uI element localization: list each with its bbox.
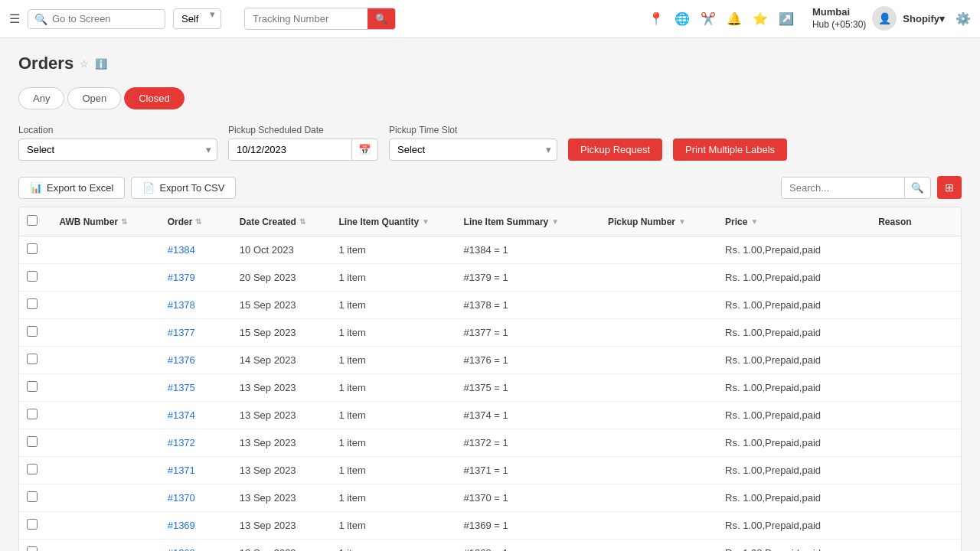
goto-screen-input[interactable] — [52, 13, 152, 24]
tab-any[interactable]: Any — [18, 87, 64, 109]
pickup-cell — [600, 457, 717, 484]
select-all-checkbox[interactable] — [27, 215, 38, 226]
table-search-icon[interactable]: 🔍 — [904, 178, 930, 198]
pickup-date-input[interactable] — [229, 139, 351, 160]
export-to-excel-button[interactable]: 📊 Export to Excel — [18, 177, 125, 199]
qty-cell: 1 item — [331, 347, 456, 374]
row-checkbox[interactable] — [27, 491, 38, 502]
sort-icon[interactable]: ⇅ — [299, 217, 305, 226]
price-cell: Rs. 1.00,Prepaid,paid — [717, 484, 871, 512]
notification-icon[interactable]: 🔔 — [727, 11, 742, 26]
page-content: Orders ☆ ℹ️ Any Open Closed Location Sel… — [0, 38, 980, 551]
summary-cell: #1377 = 1 — [456, 319, 600, 347]
pickup-slot-select[interactable]: Select — [389, 139, 557, 161]
price-cell: Rs. 1.00,Prepaid,paid — [717, 374, 871, 402]
pickup-cell — [600, 484, 717, 512]
settings-icon[interactable]: ⚙️ — [956, 11, 971, 26]
pickup-request-button[interactable]: Pickup Request — [568, 139, 662, 161]
order-cell: #1374 — [160, 402, 232, 429]
row-checkbox[interactable] — [27, 354, 38, 364]
qty-cell: 1 item — [331, 457, 456, 484]
star-icon[interactable]: ⭐ — [753, 11, 768, 26]
price-cell: Rs. 1.00,Prepaid,paid — [717, 540, 871, 552]
price-cell: Rs. 1.00,Prepaid,paid — [717, 457, 871, 484]
print-multiple-labels-button[interactable]: Print Multiple Labels — [673, 139, 787, 161]
awb-number-cell — [51, 374, 159, 402]
row-checkbox[interactable] — [27, 519, 38, 530]
summary-cell: #1375 = 1 — [456, 374, 600, 402]
row-checkbox-cell — [19, 429, 51, 457]
row-checkbox-cell — [19, 540, 51, 552]
user-label[interactable]: Shopify▾ — [903, 13, 945, 24]
self-select[interactable]: Self — [173, 8, 221, 29]
row-checkbox[interactable] — [27, 409, 38, 419]
filter-icon[interactable]: ▼ — [678, 217, 686, 226]
pickup-cell — [600, 512, 717, 540]
table-row: #1377 15 Sep 2023 1 item #1377 = 1 Rs. 1… — [19, 319, 961, 347]
table-body: #1384 10 Oct 2023 1 item #1384 = 1 Rs. 1… — [19, 236, 961, 552]
tab-closed[interactable]: Closed — [124, 87, 184, 109]
menu-icon[interactable]: ☰ — [9, 11, 20, 26]
pickup-cell — [600, 236, 717, 264]
filter-icon[interactable]: ▼ — [422, 217, 430, 226]
order-cell: #1378 — [160, 292, 232, 319]
export-to-csv-button[interactable]: 📄 Export To CSV — [131, 177, 236, 199]
location-select[interactable]: Select — [18, 139, 217, 161]
order-cell: #1372 — [160, 429, 232, 457]
table-row: #1368 13 Sep 2023 1 item #1368 = 1 Rs. 1… — [19, 540, 961, 552]
location-icon[interactable]: 📍 — [648, 11, 664, 26]
awb-number-cell — [51, 512, 159, 540]
order-cell: #1379 — [160, 264, 232, 292]
self-select-wrap: Self ▾ — [173, 8, 221, 29]
row-checkbox[interactable] — [27, 243, 38, 254]
tab-open[interactable]: Open — [67, 87, 121, 109]
row-checkbox-cell — [19, 347, 51, 374]
filter-icon[interactable]: ▼ — [551, 217, 559, 226]
order-cell: #1384 — [160, 236, 232, 264]
sort-icon[interactable]: ⇅ — [195, 217, 201, 226]
reason-cell — [871, 374, 961, 402]
pickup-date-label: Pickup Scheduled Date — [228, 125, 378, 135]
row-checkbox[interactable] — [27, 464, 38, 474]
pickup-cell — [600, 264, 717, 292]
info-icon[interactable]: ℹ️ — [95, 58, 107, 70]
reason-cell — [871, 457, 961, 484]
toolbar-right: 🔍 ⊞ — [781, 176, 962, 199]
tracking-search-button[interactable]: 🔍 — [368, 8, 395, 29]
summary-cell: #1370 = 1 — [456, 484, 600, 512]
table-row: #1370 13 Sep 2023 1 item #1370 = 1 Rs. 1… — [19, 484, 961, 512]
table-search-input[interactable] — [782, 178, 904, 198]
qty-cell: 1 item — [331, 540, 456, 552]
external-link-icon[interactable]: ↗️ — [779, 11, 794, 26]
qty-cell: 1 item — [331, 236, 456, 264]
globe-icon[interactable]: 🌐 — [675, 11, 690, 26]
table-filter-button[interactable]: ⊞ — [937, 176, 962, 199]
qty-cell: 1 item — [331, 319, 456, 347]
summary-cell: #1369 = 1 — [456, 512, 600, 540]
date-cell: 14 Sep 2023 — [232, 347, 332, 374]
table-row: #1369 13 Sep 2023 1 item #1369 = 1 Rs. 1… — [19, 512, 961, 540]
favorite-star-icon[interactable]: ☆ — [80, 58, 89, 70]
row-checkbox[interactable] — [27, 436, 38, 447]
tracking-number-input[interactable] — [245, 9, 368, 28]
pickup-cell — [600, 429, 717, 457]
table-row: #1371 13 Sep 2023 1 item #1371 = 1 Rs. 1… — [19, 457, 961, 484]
row-checkbox[interactable] — [27, 546, 38, 551]
row-checkbox[interactable] — [27, 298, 38, 309]
order-cell: #1377 — [160, 319, 232, 347]
filter-icon[interactable]: ▼ — [750, 217, 758, 226]
row-checkbox[interactable] — [27, 381, 38, 392]
row-checkbox[interactable] — [27, 271, 38, 282]
sort-icon[interactable]: ⇅ — [121, 217, 127, 226]
summary-cell: #1379 = 1 — [456, 264, 600, 292]
orders-table: AWB Number ⇅ Order ⇅ Date Created — [19, 207, 961, 551]
pickup-slot-filter-group: Pickup Time Slot Select ▾ — [389, 125, 557, 161]
awb-number-cell — [51, 236, 159, 264]
awb-number-cell — [51, 457, 159, 484]
table-row: #1379 20 Sep 2023 1 item #1379 = 1 Rs. 1… — [19, 264, 961, 292]
row-checkbox[interactable] — [27, 326, 38, 337]
scissors-icon[interactable]: ✂️ — [701, 11, 716, 26]
calendar-icon[interactable]: 📅 — [351, 139, 377, 160]
order-header: Order ⇅ — [160, 207, 232, 236]
awb-number-cell — [51, 292, 159, 319]
